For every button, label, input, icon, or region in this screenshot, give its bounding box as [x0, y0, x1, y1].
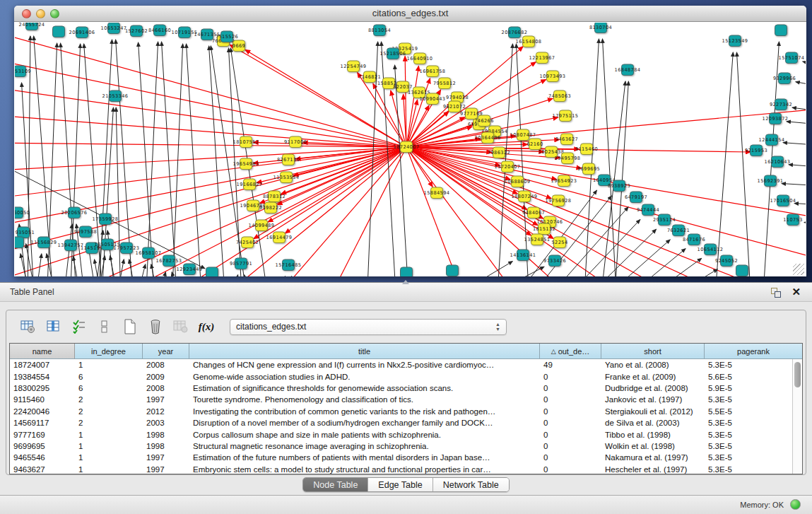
graph-node[interactable] — [401, 267, 413, 276]
show-column-icon[interactable] — [43, 316, 64, 337]
graph-node[interactable] — [53, 26, 65, 37]
citation-edge-red[interactable] — [269, 147, 406, 276]
graph-node[interactable]: 62160 — [527, 139, 543, 150]
graph-node[interactable]: 16210643 — [765, 156, 791, 168]
table-scrollbar-thumb[interactable] — [794, 362, 801, 387]
graph-node[interactable]: 10973493 — [540, 71, 566, 82]
canvas-resize-grip[interactable] — [793, 264, 804, 275]
citation-edge-red[interactable] — [326, 147, 406, 276]
create-column-icon[interactable] — [119, 316, 141, 337]
citation-edge-black[interactable] — [471, 267, 544, 276]
graph-node[interactable]: 24055724 — [19, 23, 45, 30]
graph-node[interactable]: 1527602 — [125, 25, 148, 37]
table-row[interactable]: 1872400712008Changes of HCN gene express… — [10, 359, 802, 370]
graph-node[interactable]: 19166827 — [237, 179, 263, 190]
citation-edge-black[interactable] — [614, 81, 628, 276]
table-row[interactable]: 1830029562008Estimation of significance … — [10, 382, 802, 394]
graph-node[interactable]: 19654983 — [233, 158, 259, 170]
citation-edge-black[interactable] — [162, 42, 177, 276]
graph-node[interactable]: 25160050 — [15, 207, 30, 218]
citation-edge-red[interactable] — [245, 49, 406, 147]
graph-node[interactable]: 21053346 — [102, 90, 129, 102]
graph-node[interactable]: 1935051 — [15, 227, 35, 238]
minimize-window-icon[interactable] — [36, 9, 45, 18]
graph-node[interactable]: 8813054 — [368, 25, 391, 36]
citation-edge-black[interactable] — [714, 52, 733, 276]
table-row[interactable]: 911546021997Tourette syndrome. Phenomeno… — [10, 394, 802, 405]
citation-edge-black[interactable] — [584, 39, 599, 276]
citation-edge-black[interactable] — [230, 275, 238, 276]
citation-edge-black[interactable] — [796, 82, 806, 89]
table-row[interactable]: 969969511998Structural magnetic resonanc… — [10, 440, 802, 452]
graph-node[interactable]: 15884594 — [424, 187, 450, 199]
citation-edge-black[interactable] — [789, 165, 806, 168]
citation-edge-red[interactable] — [406, 100, 418, 147]
column-header-out_de[interactable]: △out_de… — [540, 344, 601, 359]
graph-node[interactable]: 12444154 — [759, 134, 785, 146]
close-panel-icon[interactable]: ✕ — [792, 286, 801, 298]
column-header-in_degree[interactable]: in_degree — [75, 344, 143, 359]
graph-node[interactable]: 16640910 — [407, 53, 433, 64]
function-builder-icon[interactable]: f(x) — [196, 316, 217, 337]
citation-edge-black[interactable] — [107, 230, 117, 276]
citation-edge-black[interactable] — [135, 264, 146, 276]
column-header-short[interactable]: short — [601, 344, 705, 359]
tab-node-table[interactable]: Node Table — [303, 478, 368, 491]
graph-node[interactable]: 10688609 — [505, 176, 531, 187]
close-window-icon[interactable] — [22, 9, 31, 18]
graph-node[interactable] — [447, 265, 459, 276]
graph-node[interactable]: 110753 — [783, 214, 803, 226]
table-row[interactable]: 2242004622012Investigating the contribut… — [10, 406, 802, 417]
column-header-title[interactable]: title — [189, 344, 540, 359]
graph-node[interactable]: 2053109 — [15, 66, 31, 77]
network-view-window[interactable]: citations_edges.txt 18724007122547497146… — [14, 6, 806, 276]
graph-node[interactable]: 8466160 — [148, 25, 171, 36]
zoom-window-icon[interactable] — [50, 9, 59, 18]
table-mode-icon[interactable] — [18, 316, 39, 337]
graph-node[interactable]: 15692391 — [758, 175, 784, 187]
graph-node[interactable]: 9245052 — [715, 255, 738, 267]
network-canvas[interactable]: 1872400712254749714682115885208220371362… — [15, 23, 806, 276]
graph-node[interactable]: 7485063 — [548, 90, 571, 102]
citation-edge-black[interactable] — [559, 220, 640, 276]
citation-edge-black[interactable] — [803, 62, 806, 69]
graph-node[interactable]: 17975115 — [553, 110, 579, 122]
graph-node[interactable] — [775, 25, 787, 36]
panel-resize-grip[interactable] — [402, 280, 409, 284]
citation-edge-black[interactable] — [782, 184, 806, 187]
table-row[interactable]: 946362711997Embryonic stem cells: a mode… — [10, 464, 802, 474]
graph-node[interactable]: 17016504 — [770, 195, 796, 206]
citation-edge-red[interactable] — [15, 147, 406, 171]
graph-node[interactable]: 9115460 — [575, 144, 598, 155]
graph-node[interactable]: 12213967 — [529, 52, 555, 64]
memory-status-icon[interactable] — [790, 499, 801, 510]
graph-node[interactable]: 12254749 — [341, 61, 367, 72]
table-row[interactable]: 1456911722003Disruption of a novel membe… — [10, 417, 802, 428]
graph-node[interactable]: 20691406 — [69, 27, 95, 38]
graph-node[interactable]: 9463627 — [555, 134, 578, 145]
table-row[interactable]: 946554611997Estimation of the future num… — [10, 452, 802, 463]
citation-edge-black[interactable] — [395, 65, 409, 276]
citation-edge-black[interactable] — [783, 143, 806, 146]
graph-node[interactable]: 7955812 — [433, 78, 456, 89]
window-titlebar[interactable]: citations_edges.txt — [14, 6, 806, 22]
float-panel-icon[interactable] — [771, 288, 781, 298]
column-header-year[interactable]: year — [143, 344, 189, 359]
graph-node[interactable]: 9857791 — [230, 258, 252, 269]
graph-node[interactable]: 9227342 — [770, 99, 792, 110]
citation-edge-black[interactable] — [110, 256, 119, 276]
column-header-name[interactable]: name — [10, 344, 75, 359]
graph-node[interactable]: 10654112 — [698, 244, 724, 255]
tab-network-table[interactable]: Network Table — [433, 478, 509, 491]
column-header-pagerank[interactable]: pagerank — [705, 344, 802, 359]
graph-node[interactable] — [206, 267, 218, 276]
graph-node[interactable]: 6479197 — [625, 192, 647, 203]
graph-node[interactable]: 16848784 — [615, 64, 641, 76]
citation-edge-black[interactable] — [804, 223, 806, 224]
graph-node[interactable]: 8267130 — [277, 154, 300, 165]
table-scrollbar[interactable] — [792, 359, 802, 474]
citation-edge-black[interactable] — [787, 122, 806, 126]
table-row[interactable]: 977716911998Corpus callosum shape and si… — [10, 428, 802, 440]
graph-node[interactable]: 15123549 — [722, 35, 748, 47]
graph-node[interactable]: 10653247 — [101, 23, 127, 34]
